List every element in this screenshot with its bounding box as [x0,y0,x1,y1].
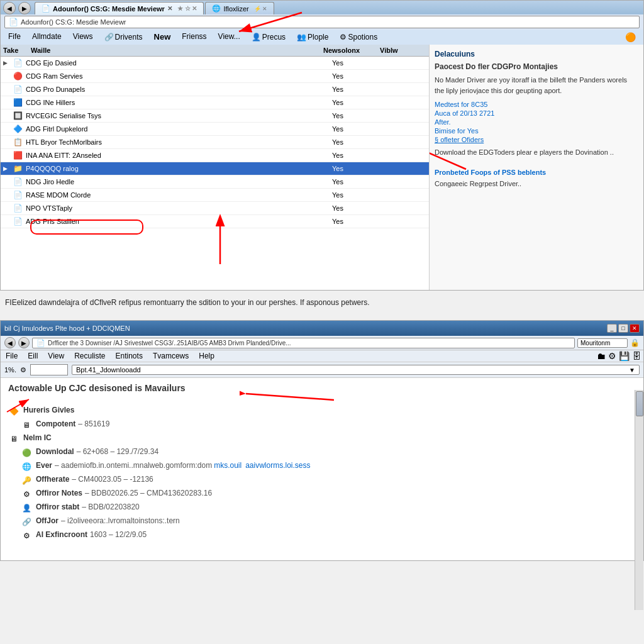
table-row[interactable]: 📄ADG Pris StaillenYes [1,215,429,228]
row-icon: 🔴 [12,71,23,81]
tab-close-icon[interactable]: ✕ [167,5,172,12]
bottom-menu-eill[interactable]: Eill [25,351,40,361]
minimize-button[interactable]: _ [607,324,617,333]
bottom-menu-help[interactable]: Help [196,351,217,361]
table-row[interactable]: 🟥INA ANA EITT: 2AnseledYes [1,149,429,162]
section-title: Actowable Up CJC desisoned is Mavailurs [8,383,186,393]
forward-button[interactable]: ▶ [18,2,31,14]
table-row[interactable]: 🔲RVCEGIC Serialise TsysYes [1,109,429,123]
bottom-forward-button[interactable]: ▶ [18,337,30,348]
toolbar-input-box[interactable] [30,364,68,375]
list-item-detail: – BDB/02203820 [82,502,139,511]
row-news: Yes [332,218,389,225]
menu-view[interactable]: View... [213,31,245,43]
list-item-detail: – 62+068 – 129./7/29.34 [77,447,158,456]
bottom-scrollbar[interactable] [635,390,643,610]
table-row[interactable]: 📄RASE MDOM ClordeYes [1,189,429,202]
list-item-link[interactable]: mks.ouil [214,461,242,470]
row-news: Yes [332,165,389,172]
menu-bar: Fife Allmdate Views 🔗 Drivents New Frien… [1,30,643,45]
address-bar[interactable]: 📄 Adounfor() CS:G: Mesdie Meviewr [4,16,640,28]
table-row[interactable]: 🟦CDG INe HillersYes [1,96,429,109]
list-item: ⚙AI Exfincroont1603 – 12/2/9.05 [8,530,636,541]
install-list: 🔶Hureris Givles🖥Compotent– 851619🖥Nelm I… [8,406,636,541]
bottom-address-input[interactable]: 📄 Drfficer the 3 Downiser /AJ Srivestwel… [32,338,575,348]
menu-views[interactable]: Views [68,31,98,43]
list-item: ⚙Offiror Notes– BDB02026.25 – CMD4136202… [8,489,636,500]
toolbar-icon-4[interactable]: 🗄 [632,351,641,361]
table-row[interactable]: 📄CDG Pro DunapelsYes [1,83,429,96]
menu-precus[interactable]: 👤 Precus [247,31,291,43]
right-link-0[interactable]: Medtest for 8C35 [435,101,638,108]
toolbar-dropdown-icon[interactable]: ▼ [629,367,635,374]
list-item: 🔗OffJor– i2oliveeora:.lvromaltoinstons:.… [8,516,636,528]
menu-frienss[interactable]: Frienss [177,31,211,43]
list-item-icon: ⚙ [21,530,32,541]
row-icon: 📄 [12,58,23,68]
bottom-search-text: Mouritonm [580,340,610,347]
table-body: ▶📄CDG Ejo DasiedYes🔴CDG Ram ServiesYes📄C… [1,57,429,270]
toolbar-icon-1[interactable]: 🖿 [597,351,606,361]
right-link-3[interactable]: Bimise for Yes [435,127,638,135]
list-item-detail: 1603 – 12/2/9.05 [90,530,147,539]
row-name: CDG Ram Servies [26,72,332,80]
tab-inactive[interactable]: 🌐 Ifloxlizer ⚡ ✕ [205,2,274,14]
bottom-menu-tvamcews[interactable]: Tvamcews [150,351,191,361]
bottom-back-button[interactable]: ◀ [4,337,16,348]
bottom-menu-entinots[interactable]: Entinots [113,351,145,361]
table-header: Take Waille Newsolonx Viblw [1,45,429,57]
toolbar-icon-3[interactable]: 💾 [619,351,630,361]
bottom-menu-view[interactable]: View [45,351,67,361]
table-row[interactable]: ▶📄CDG Ejo DasiedYes [1,57,429,70]
expand-icon[interactable]: ▶ [3,165,12,172]
menu-fife[interactable]: Fife [3,31,26,43]
close-button[interactable]: ✕ [630,324,640,333]
scrollbar-thumb[interactable] [636,391,643,416]
toolbar-icon-2[interactable]: ⚙ [608,351,616,361]
table-row[interactable]: 📋HTL Bryor TechMorlbairsYes [1,136,429,149]
bottom-menu-reculiste[interactable]: Reculiste [72,351,108,361]
list-item-icon: 👤 [21,502,32,514]
back-button[interactable]: ◀ [3,2,16,14]
toolbar-main-input[interactable]: Bpt.41_Jdownlooadd ▼ [72,365,640,375]
table-row[interactable]: 📄NDG Jiro HedleYes [1,175,429,189]
list-item-icon: 🖥 [8,433,19,445]
menu-extra[interactable]: 🟠 [620,31,641,43]
list-item-link[interactable]: aaivwlorms.loi.sess [245,461,310,470]
row-icon: 📋 [12,137,23,147]
table-row[interactable]: ▶📁P4QQQQQ ralogYes [1,162,429,175]
row-news: Yes [332,138,389,146]
table-row[interactable]: 🔴CDG Ram ServiesYes [1,70,429,83]
menu-allmdate[interactable]: Allmdate [27,31,67,43]
row-icon: 🟦 [12,97,23,108]
list-item-detail: – 851619 [78,419,109,428]
bottom-toolbar: 1%. ⚙ Bpt.41_Jdownlooadd ▼ [1,362,643,378]
toolbar-input-value: Bpt.41_Jdownlooadd [76,366,141,374]
list-item-icon: 🔑 [21,475,32,486]
list-item-name: AI Exfincroont [36,530,87,539]
right-link-2[interactable]: After. [435,118,638,126]
menu-spotions[interactable]: ⚙ Spotions [335,31,382,43]
tab-active[interactable]: 📄 Adounfor() CS:G: Mesdie Meviewr ✕ ★ ☆ … [35,2,204,14]
menu-new[interactable]: New [149,31,176,43]
table-row[interactable]: 📄NPO VTSTaplyYes [1,202,429,215]
table-row[interactable]: 🔷ADG Fitrl DupkelordYes [1,123,429,136]
row-news: Yes [332,125,389,133]
list-item-detail: – i2oliveeora:.lvromaltoinstons:.tern [61,516,180,525]
list-item-icon: ⚙ [21,489,32,500]
row-news: Yes [332,152,389,159]
maximize-button[interactable]: □ [618,324,628,333]
left-pane: Take Waille Newsolonx Viblw ▶📄CDG Ejo Da… [1,45,430,290]
row-name: NDG Jiro Hedle [26,178,332,186]
row-icon: 📄 [12,190,23,200]
right-panel-bottom-link[interactable]: Pronbeted Foops of PSS beblents [435,169,638,176]
menu-drivents[interactable]: 🔗 Drivents [99,31,148,43]
expand-icon[interactable]: ▶ [3,60,12,66]
bottom-search-tab[interactable]: Mouritonm [577,338,628,348]
right-link-4[interactable]: § ofleter Ofiders [435,136,638,143]
right-link-1[interactable]: Auca of 20/13 2721 [435,109,638,117]
row-name: ADG Fitrl Dupkelord [26,125,332,133]
list-item-name: Nelm IC [23,433,52,442]
bottom-menu-file[interactable]: File [3,351,20,361]
menu-plople[interactable]: 👥 Plople [292,31,333,43]
